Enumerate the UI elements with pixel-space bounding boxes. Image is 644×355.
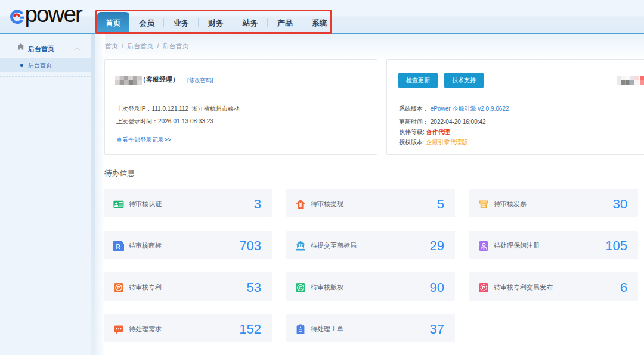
svg-text:R: R [116, 244, 120, 250]
svg-text:power: power [25, 1, 83, 27]
svg-text:P: P [482, 285, 485, 291]
svg-text:C: C [299, 285, 303, 291]
svg-text:P: P [117, 285, 120, 291]
